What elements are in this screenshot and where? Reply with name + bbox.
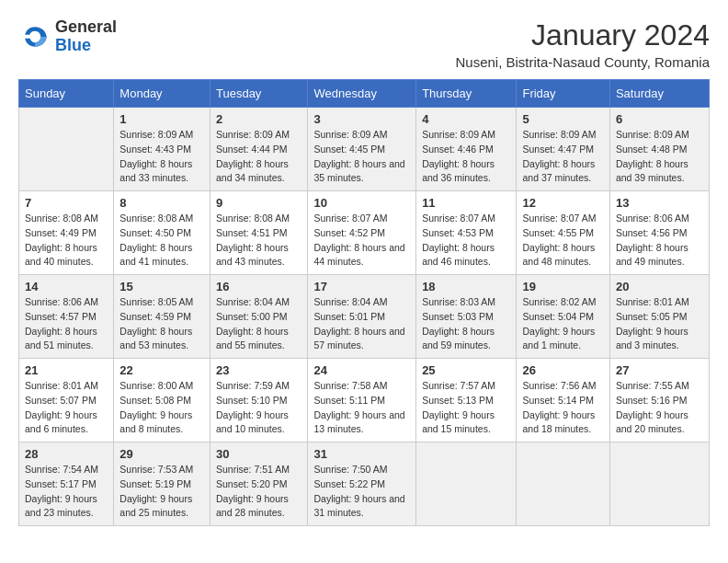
sunrise: Sunrise: 8:09 AM: [422, 128, 510, 143]
daylight: Daylight: 8 hours and 51 minutes.: [25, 325, 108, 354]
sunset: Sunset: 4:50 PM: [119, 226, 204, 241]
header-friday: Friday: [517, 80, 609, 108]
sunrise: Sunrise: 7:55 AM: [616, 379, 703, 394]
day-number: 30: [216, 447, 301, 461]
daylight: Daylight: 8 hours and 39 minutes.: [616, 157, 703, 187]
calendar-cell: 15 Sunrise: 8:05 AM Sunset: 4:59 PM Dayl…: [114, 275, 210, 359]
calendar-cell: 26 Sunrise: 7:56 AM Sunset: 5:14 PM Dayl…: [517, 359, 609, 442]
daylight: Daylight: 9 hours and 8 minutes.: [119, 408, 204, 438]
calendar-week-3: 14 Sunrise: 8:06 AM Sunset: 4:57 PM Dayl…: [19, 275, 710, 359]
sunset: Sunset: 5:13 PM: [422, 394, 510, 408]
calendar-table: Sunday Monday Tuesday Wednesday Thursday…: [18, 79, 710, 526]
sunset: Sunset: 5:16 PM: [616, 394, 703, 408]
day-info: Sunrise: 8:09 AM Sunset: 4:46 PM Dayligh…: [422, 128, 510, 186]
daylight: Daylight: 9 hours and 6 minutes.: [25, 408, 108, 438]
sunset: Sunset: 4:46 PM: [422, 143, 510, 157]
sunrise: Sunrise: 8:07 AM: [522, 212, 603, 226]
sunset: Sunset: 4:44 PM: [216, 143, 301, 157]
calendar-cell: 23 Sunrise: 7:59 AM Sunset: 5:10 PM Dayl…: [210, 359, 307, 442]
daylight: Daylight: 8 hours and 40 minutes.: [25, 241, 108, 270]
sunrise: Sunrise: 7:54 AM: [25, 463, 108, 477]
sunrise: Sunrise: 7:59 AM: [216, 379, 301, 394]
calendar-cell: 22 Sunrise: 8:00 AM Sunset: 5:08 PM Dayl…: [114, 359, 210, 442]
calendar-cell: 30 Sunrise: 7:51 AM Sunset: 5:20 PM Dayl…: [210, 442, 307, 526]
sunset: Sunset: 5:10 PM: [216, 394, 301, 408]
daylight: Daylight: 8 hours and 43 minutes.: [216, 241, 301, 270]
sunrise: Sunrise: 8:04 AM: [216, 295, 301, 310]
day-number: 27: [616, 363, 703, 377]
calendar-cell: 28 Sunrise: 7:54 AM Sunset: 5:17 PM Dayl…: [19, 442, 114, 526]
day-number: 16: [216, 280, 301, 293]
daylight: Daylight: 8 hours and 33 minutes.: [119, 157, 204, 187]
day-info: Sunrise: 8:09 AM Sunset: 4:44 PM Dayligh…: [216, 128, 301, 186]
day-info: Sunrise: 7:56 AM Sunset: 5:14 PM Dayligh…: [522, 379, 603, 437]
sunrise: Sunrise: 8:08 AM: [216, 212, 301, 226]
day-number: 5: [522, 112, 603, 126]
sunset: Sunset: 5:05 PM: [616, 310, 703, 325]
sunset: Sunset: 4:59 PM: [119, 310, 204, 325]
calendar-cell: 4 Sunrise: 8:09 AM Sunset: 4:46 PM Dayli…: [416, 108, 517, 191]
sunset: Sunset: 4:57 PM: [25, 310, 108, 325]
daylight: Daylight: 8 hours and 34 minutes.: [216, 157, 301, 187]
daylight: Daylight: 9 hours and 15 minutes.: [422, 408, 510, 438]
sunrise: Sunrise: 8:09 AM: [616, 128, 703, 143]
calendar-cell: 8 Sunrise: 8:08 AM Sunset: 4:50 PM Dayli…: [114, 191, 210, 275]
calendar-cell: 13 Sunrise: 8:06 AM Sunset: 4:56 PM Dayl…: [609, 191, 709, 275]
day-number: 6: [616, 112, 703, 126]
day-info: Sunrise: 7:55 AM Sunset: 5:16 PM Dayligh…: [616, 379, 703, 437]
sunrise: Sunrise: 7:56 AM: [522, 379, 603, 394]
calendar-week-2: 7 Sunrise: 8:08 AM Sunset: 4:49 PM Dayli…: [19, 191, 710, 275]
sunrise: Sunrise: 8:07 AM: [313, 212, 410, 226]
sunrise: Sunrise: 8:07 AM: [422, 212, 510, 226]
day-info: Sunrise: 7:54 AM Sunset: 5:17 PM Dayligh…: [25, 463, 108, 521]
day-number: 28: [25, 447, 108, 461]
calendar-cell: 10 Sunrise: 8:07 AM Sunset: 4:52 PM Dayl…: [308, 191, 416, 275]
day-number: 22: [119, 363, 204, 377]
calendar-cell: 6 Sunrise: 8:09 AM Sunset: 4:48 PM Dayli…: [609, 108, 709, 191]
calendar-cell: 11 Sunrise: 8:07 AM Sunset: 4:53 PM Dayl…: [416, 191, 517, 275]
calendar-cell: 12 Sunrise: 8:07 AM Sunset: 4:55 PM Dayl…: [517, 191, 609, 275]
day-info: Sunrise: 7:57 AM Sunset: 5:13 PM Dayligh…: [422, 379, 510, 437]
daylight: Daylight: 9 hours and 1 minute.: [522, 325, 603, 354]
day-info: Sunrise: 8:07 AM Sunset: 4:53 PM Dayligh…: [422, 212, 510, 270]
calendar-week-5: 28 Sunrise: 7:54 AM Sunset: 5:17 PM Dayl…: [19, 442, 710, 526]
daylight: Daylight: 8 hours and 49 minutes.: [616, 241, 703, 270]
day-number: 17: [313, 280, 410, 293]
day-number: 2: [216, 112, 301, 126]
location: Nuseni, Bistrita-Nasaud County, Romania: [455, 54, 710, 70]
sunset: Sunset: 5:11 PM: [313, 394, 410, 408]
day-number: 31: [313, 447, 410, 461]
sunrise: Sunrise: 8:09 AM: [522, 128, 603, 143]
calendar-week-1: 1 Sunrise: 8:09 AM Sunset: 4:43 PM Dayli…: [19, 108, 710, 191]
sunrise: Sunrise: 7:53 AM: [119, 463, 204, 477]
logo: General Blue: [18, 18, 117, 55]
calendar-cell: [517, 442, 609, 526]
sunset: Sunset: 4:45 PM: [313, 143, 410, 157]
day-info: Sunrise: 8:05 AM Sunset: 4:59 PM Dayligh…: [119, 295, 204, 353]
calendar-cell: 9 Sunrise: 8:08 AM Sunset: 4:51 PM Dayli…: [210, 191, 307, 275]
day-info: Sunrise: 8:04 AM Sunset: 5:00 PM Dayligh…: [216, 295, 301, 353]
sunset: Sunset: 4:49 PM: [25, 226, 108, 241]
day-number: 3: [313, 112, 410, 126]
sunrise: Sunrise: 8:05 AM: [119, 295, 204, 310]
day-info: Sunrise: 7:59 AM Sunset: 5:10 PM Dayligh…: [216, 379, 301, 437]
day-info: Sunrise: 8:06 AM Sunset: 4:57 PM Dayligh…: [25, 295, 108, 353]
daylight: Daylight: 8 hours and 35 minutes.: [313, 157, 410, 187]
day-info: Sunrise: 7:53 AM Sunset: 5:19 PM Dayligh…: [119, 463, 204, 521]
sunrise: Sunrise: 8:09 AM: [313, 128, 410, 143]
day-info: Sunrise: 8:09 AM Sunset: 4:47 PM Dayligh…: [522, 128, 603, 186]
daylight: Daylight: 9 hours and 23 minutes.: [25, 492, 108, 522]
calendar-week-4: 21 Sunrise: 8:01 AM Sunset: 5:07 PM Dayl…: [19, 359, 710, 442]
daylight: Daylight: 8 hours and 46 minutes.: [422, 241, 510, 270]
calendar-cell: 17 Sunrise: 8:04 AM Sunset: 5:01 PM Dayl…: [308, 275, 416, 359]
calendar-cell: 27 Sunrise: 7:55 AM Sunset: 5:16 PM Dayl…: [609, 359, 709, 442]
sunrise: Sunrise: 7:58 AM: [313, 379, 410, 394]
calendar-cell: 25 Sunrise: 7:57 AM Sunset: 5:13 PM Dayl…: [416, 359, 517, 442]
sunset: Sunset: 4:55 PM: [522, 226, 603, 241]
day-info: Sunrise: 7:51 AM Sunset: 5:20 PM Dayligh…: [216, 463, 301, 521]
sunset: Sunset: 4:47 PM: [522, 143, 603, 157]
calendar-cell: 18 Sunrise: 8:03 AM Sunset: 5:03 PM Dayl…: [416, 275, 517, 359]
sunset: Sunset: 5:07 PM: [25, 394, 108, 408]
sunset: Sunset: 5:00 PM: [216, 310, 301, 325]
calendar-cell: [19, 108, 114, 191]
